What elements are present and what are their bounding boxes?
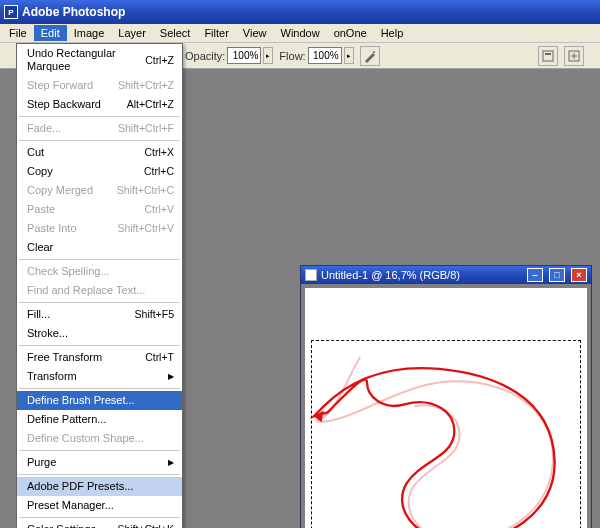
menu-item-cut[interactable]: CutCtrl+X	[17, 143, 182, 162]
document-canvas[interactable]	[305, 288, 587, 528]
menu-item-label: Check Spelling...	[27, 265, 174, 278]
menu-item-define-pattern[interactable]: Define Pattern...	[17, 410, 182, 429]
menu-item-label: Define Pattern...	[27, 413, 174, 426]
menu-item-shortcut: Ctrl+T	[145, 351, 174, 364]
menu-item-find-and-replace-text: Find and Replace Text...	[17, 281, 182, 300]
opacity-dropdown-arrow[interactable]: ▸	[263, 47, 273, 64]
minimize-button[interactable]: –	[527, 268, 543, 282]
menu-item-shortcut: Shift+Ctrl+Z	[118, 79, 174, 92]
menu-filter[interactable]: Filter	[197, 25, 235, 41]
menu-item-shortcut: Shift+Ctrl+V	[117, 222, 174, 235]
menu-item-shortcut: Ctrl+C	[144, 165, 174, 178]
menu-item-label: Stroke...	[27, 327, 174, 340]
opacity-group: Opacity: 100% ▸	[185, 47, 273, 64]
menu-item-label: Copy	[27, 165, 134, 178]
menu-item-undo-rectangular-marquee[interactable]: Undo Rectangular MarqueeCtrl+Z	[17, 44, 182, 76]
menu-item-define-custom-shape: Define Custom Shape...	[17, 429, 182, 448]
menu-item-copy-merged: Copy MergedShift+Ctrl+C	[17, 181, 182, 200]
flow-label: Flow:	[279, 50, 305, 62]
menu-item-check-spelling: Check Spelling...	[17, 262, 182, 281]
menu-item-label: Define Brush Preset...	[27, 394, 174, 407]
menu-item-label: Free Transform	[27, 351, 135, 364]
menu-item-paste-into: Paste IntoShift+Ctrl+V	[17, 219, 182, 238]
menu-item-shortcut: Shift+F5	[135, 308, 174, 321]
menu-item-define-brush-preset[interactable]: Define Brush Preset...	[17, 391, 182, 410]
menu-help[interactable]: Help	[374, 25, 411, 41]
opacity-label: Opacity:	[185, 50, 225, 62]
brush-stroke-artwork	[305, 288, 587, 528]
menu-window[interactable]: Window	[274, 25, 327, 41]
menu-view[interactable]: View	[236, 25, 274, 41]
menu-item-label: Color Settings...	[27, 523, 107, 528]
document-icon	[305, 269, 317, 281]
menu-item-step-forward: Step ForwardShift+Ctrl+Z	[17, 76, 182, 95]
document-window[interactable]: Untitled-1 @ 16,7% (RGB/8) – □ ×	[300, 265, 592, 528]
menu-item-label: Copy Merged	[27, 184, 107, 197]
menu-item-label: Clear	[27, 241, 174, 254]
edit-menu-dropdown: Undo Rectangular MarqueeCtrl+ZStep Forwa…	[16, 43, 183, 528]
menu-file[interactable]: File	[2, 25, 34, 41]
menu-item-label: Fade...	[27, 122, 108, 135]
menu-item-label: Purge	[27, 456, 168, 469]
menu-item-paste: PasteCtrl+V	[17, 200, 182, 219]
menu-select[interactable]: Select	[153, 25, 198, 41]
menu-item-label: Fill...	[27, 308, 125, 321]
menu-item-shortcut: Ctrl+Z	[145, 54, 174, 67]
app-title: Adobe Photoshop	[22, 5, 125, 19]
menu-item-clear[interactable]: Clear	[17, 238, 182, 257]
menu-item-shortcut: Ctrl+V	[145, 203, 174, 216]
menu-item-fade: Fade...Shift+Ctrl+F	[17, 119, 182, 138]
menu-item-label: Step Forward	[27, 79, 108, 92]
svg-rect-2	[545, 53, 551, 55]
menu-image[interactable]: Image	[67, 25, 112, 41]
menubar: FileEditImageLayerSelectFilterViewWindow…	[0, 24, 600, 43]
menu-item-label: Paste Into	[27, 222, 107, 235]
menu-item-label: Paste	[27, 203, 135, 216]
document-title: Untitled-1 @ 16,7% (RGB/8)	[321, 269, 460, 281]
menu-item-label: Adobe PDF Presets...	[27, 480, 174, 493]
app-titlebar: P Adobe Photoshop	[0, 0, 600, 24]
menu-item-label: Define Custom Shape...	[27, 432, 174, 445]
menu-item-preset-manager[interactable]: Preset Manager...	[17, 496, 182, 515]
svg-point-0	[373, 51, 375, 53]
flow-input[interactable]: 100%	[308, 47, 342, 64]
document-titlebar[interactable]: Untitled-1 @ 16,7% (RGB/8) – □ ×	[301, 266, 591, 284]
menu-item-shortcut: Ctrl+X	[145, 146, 174, 159]
submenu-arrow-icon: ▶	[168, 370, 174, 383]
menu-item-fill[interactable]: Fill...Shift+F5	[17, 305, 182, 324]
menu-item-label: Find and Replace Text...	[27, 284, 174, 297]
palette-well-button-1[interactable]	[538, 46, 558, 66]
menu-item-shortcut: Shift+Ctrl+K	[117, 523, 174, 528]
menu-item-stroke[interactable]: Stroke...	[17, 324, 182, 343]
maximize-button[interactable]: □	[549, 268, 565, 282]
menu-item-shortcut: Shift+Ctrl+C	[117, 184, 174, 197]
menu-item-label: Transform	[27, 370, 168, 383]
menu-item-transform[interactable]: Transform▶	[17, 367, 182, 386]
menu-edit[interactable]: Edit	[34, 25, 67, 41]
photoshop-icon: P	[4, 5, 18, 19]
menu-layer[interactable]: Layer	[111, 25, 153, 41]
close-button[interactable]: ×	[571, 268, 587, 282]
menu-item-color-settings[interactable]: Color Settings...Shift+Ctrl+K	[17, 520, 182, 528]
menu-item-label: Preset Manager...	[27, 499, 174, 512]
airbrush-toggle-button[interactable]	[360, 46, 380, 66]
submenu-arrow-icon: ▶	[168, 456, 174, 469]
menu-item-label: Step Backward	[27, 98, 117, 111]
menu-item-step-backward[interactable]: Step BackwardAlt+Ctrl+Z	[17, 95, 182, 114]
menu-item-free-transform[interactable]: Free TransformCtrl+T	[17, 348, 182, 367]
menu-item-shortcut: Alt+Ctrl+Z	[127, 98, 174, 111]
menu-item-shortcut: Shift+Ctrl+F	[118, 122, 174, 135]
menu-item-purge[interactable]: Purge▶	[17, 453, 182, 472]
flow-dropdown-arrow[interactable]: ▸	[344, 47, 354, 64]
menu-item-adobe-pdf-presets[interactable]: Adobe PDF Presets...	[17, 477, 182, 496]
flow-group: Flow: 100% ▸	[279, 47, 353, 64]
palette-well-button-2[interactable]	[564, 46, 584, 66]
menu-item-label: Undo Rectangular Marquee	[27, 47, 135, 73]
menu-item-label: Cut	[27, 146, 135, 159]
opacity-input[interactable]: 100%	[227, 47, 261, 64]
menu-item-copy[interactable]: CopyCtrl+C	[17, 162, 182, 181]
svg-rect-1	[543, 51, 553, 61]
menu-onone[interactable]: onOne	[327, 25, 374, 41]
